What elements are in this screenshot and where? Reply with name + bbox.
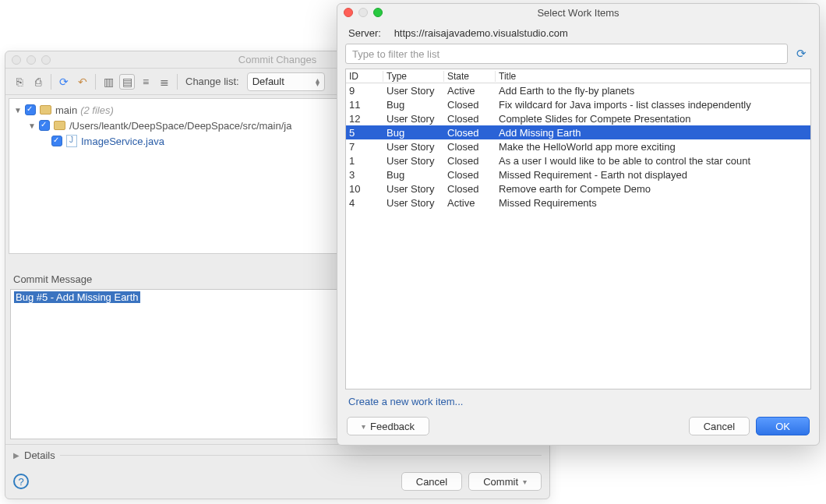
toolbar-icon-1[interactable]: ⎘ — [12, 74, 27, 90]
table-row[interactable]: 9User StoryActiveAdd Earth to the fly-by… — [346, 83, 810, 97]
cell-type: User Story — [383, 113, 444, 125]
table-header: ID Type State Title — [346, 69, 810, 83]
cell-type: Bug — [383, 169, 444, 181]
undo-icon[interactable]: ↶ — [75, 74, 90, 90]
cell-state: Closed — [444, 169, 496, 181]
commit-button[interactable]: Commit ▾ — [468, 472, 542, 491]
cell-state: Closed — [444, 113, 496, 125]
swi-title: Select Work Items — [337, 7, 819, 19]
toolbar-icon-5[interactable]: ▥ — [101, 74, 116, 90]
help-icon[interactable]: ? — [13, 474, 29, 489]
cell-type: Bug — [383, 127, 444, 139]
chevron-down-icon: ▾ — [523, 478, 527, 486]
changelist-value: Default — [252, 76, 284, 87]
server-value: https://raisajavademo.visualstudio.com — [394, 27, 568, 39]
table-row[interactable]: 7User StoryClosedMake the HelloWorld app… — [346, 139, 810, 153]
cell-type: User Story — [383, 183, 444, 195]
cell-title: Add Earth to the fly-by planets — [496, 85, 810, 97]
cell-title: As a user I would like to be able to con… — [496, 155, 810, 167]
cell-title: Complete Slides for Compete Presentation — [496, 113, 810, 125]
server-label: Server: — [348, 27, 391, 39]
select-work-items-window: Select Work Items Server: https://raisaj… — [337, 3, 820, 446]
filter-placeholder: Type to filter the list — [352, 48, 439, 60]
checkbox[interactable] — [25, 104, 36, 115]
table-row[interactable]: 4User StoryActiveMissed Requirements — [346, 196, 810, 210]
cell-state: Closed — [444, 183, 496, 195]
cell-type: User Story — [383, 85, 444, 97]
toolbar-icon-2[interactable]: ⎙ — [30, 74, 46, 90]
cancel-button[interactable]: Cancel — [401, 472, 462, 491]
cell-state: Active — [444, 85, 496, 97]
cell-state: Closed — [444, 127, 496, 139]
table-row[interactable]: 10User StoryClosedRemove earth for Compe… — [346, 182, 810, 196]
chevron-down-icon: ▾ — [362, 422, 365, 431]
cell-state: Active — [444, 197, 496, 209]
table-row[interactable]: 1User StoryClosedAs a user I would like … — [346, 153, 810, 167]
cell-id: 3 — [346, 169, 383, 181]
checkbox[interactable] — [39, 120, 50, 131]
java-file-icon — [66, 135, 77, 147]
cell-type: Bug — [383, 99, 444, 111]
cell-title: Missed Requirements — [496, 197, 810, 209]
group-by-icon[interactable]: ▤ — [119, 74, 135, 90]
cell-title: Missed Requirement - Earth not displayed — [496, 169, 810, 181]
server-row: Server: https://raisajavademo.visualstud… — [337, 21, 819, 44]
table-row[interactable]: 11BugClosedFix wildcard for Java imports… — [346, 97, 810, 111]
cell-type: User Story — [383, 155, 444, 167]
create-work-item-link[interactable]: Create a new work item... — [348, 396, 463, 407]
refresh-icon[interactable]: ⟳ — [791, 44, 811, 64]
folder-icon — [40, 105, 51, 115]
col-state[interactable]: State — [444, 71, 496, 82]
col-id[interactable]: ID — [346, 71, 383, 82]
cancel-button[interactable]: Cancel — [689, 417, 750, 435]
commit-message-text: Bug #5 - Add Missing Earth — [14, 291, 140, 303]
col-type[interactable]: Type — [383, 71, 444, 82]
refresh-icon[interactable]: ⟳ — [56, 74, 72, 90]
tree-root-label: main — [55, 104, 77, 116]
cell-state: Closed — [444, 155, 496, 167]
swi-titlebar: Select Work Items — [337, 4, 819, 21]
table-row[interactable]: 12User StoryClosedComplete Slides for Co… — [346, 111, 810, 125]
swi-footer: ▾ Feedback Cancel OK — [337, 411, 819, 445]
table-row[interactable]: 3BugClosedMissed Requirement - Earth not… — [346, 167, 810, 182]
tree-file-name: ImageService.java — [81, 136, 164, 147]
work-items-table[interactable]: ID Type State Title 9User StoryActiveAdd… — [345, 69, 811, 389]
changelist-select[interactable]: Default ▴▾ — [247, 72, 325, 91]
changelist-label: Change list: — [185, 76, 239, 87]
cell-type: User Story — [383, 141, 444, 153]
folder-icon — [54, 121, 65, 130]
cell-id: 1 — [346, 155, 383, 167]
cell-id: 12 — [346, 113, 383, 125]
cell-state: Closed — [444, 141, 496, 153]
cell-id: 11 — [346, 99, 383, 111]
cell-id: 7 — [346, 141, 383, 153]
chevron-updown-icon: ▴▾ — [316, 78, 319, 86]
cell-title: Fix wildcard for Java imports - list cla… — [496, 99, 810, 111]
chevron-right-icon: ▶ — [13, 451, 19, 460]
commit-footer: ? Cancel Commit ▾ — [5, 466, 549, 499]
cell-id: 4 — [346, 197, 383, 209]
create-work-item-row: Create a new work item... — [337, 389, 819, 411]
filter-input[interactable]: Type to filter the list — [345, 44, 788, 64]
tree-folder-path: /Users/leantk/DeepSpace/DeepSpace/src/ma… — [69, 120, 291, 132]
details-label: Details — [24, 449, 55, 461]
cell-title: Add Missing Earth — [496, 127, 810, 139]
cell-id: 5 — [346, 127, 383, 139]
col-title[interactable]: Title — [496, 71, 810, 82]
collapse-icon[interactable]: ≣ — [157, 74, 172, 90]
cell-type: User Story — [383, 197, 444, 209]
cell-title: Make the HelloWorld app more exciting — [496, 141, 810, 153]
cell-id: 9 — [346, 85, 383, 97]
table-row[interactable]: 5BugClosedAdd Missing Earth — [346, 125, 810, 139]
expand-icon[interactable]: ≡ — [138, 74, 154, 90]
disclosure-triangle-icon[interactable]: ▼ — [28, 122, 37, 130]
disclosure-triangle-icon[interactable]: ▼ — [14, 106, 23, 115]
feedback-button[interactable]: ▾ Feedback — [347, 417, 429, 435]
checkbox[interactable] — [51, 136, 62, 146]
cell-state: Closed — [444, 99, 496, 111]
cell-title: Remove earth for Compete Demo — [496, 183, 810, 195]
cell-id: 10 — [346, 183, 383, 195]
ok-button[interactable]: OK — [756, 417, 810, 435]
tree-root-count: (2 files) — [80, 104, 114, 116]
details-section[interactable]: ▶ Details — [5, 444, 549, 466]
